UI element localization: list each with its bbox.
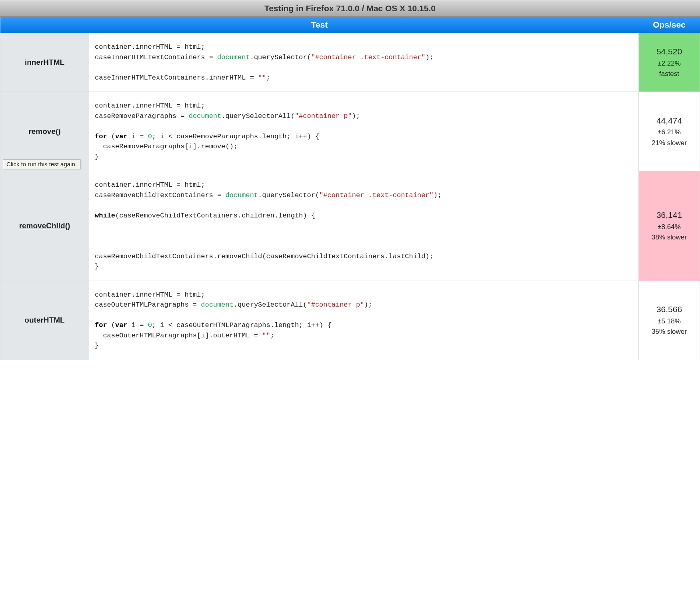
col-header-ops: Ops/sec xyxy=(639,17,700,33)
test-name-label: remove() xyxy=(28,127,60,136)
ops-note: 35% slower xyxy=(641,327,697,337)
table-row: innerHTMLcontainer.innerHTML = html; cas… xyxy=(0,33,700,92)
page-title: Testing in Firefox 71.0.0 / Mac OS X 10.… xyxy=(0,0,700,17)
code-cell: container.innerHTML = html; caseInnerHTM… xyxy=(89,33,639,92)
ops-value: 36,141 xyxy=(641,209,697,222)
ops-variance: ±8.64% xyxy=(641,222,697,232)
ops-note: 21% slower xyxy=(641,138,697,148)
code-block: container.innerHTML = html; caseOuterHTM… xyxy=(95,290,633,351)
code-cell: container.innerHTML = html; caseRemovePa… xyxy=(89,92,639,171)
ops-cell[interactable]: 54,520±2.22%fastest xyxy=(639,33,700,92)
test-name-label: innerHTML xyxy=(25,58,64,66)
code-block: container.innerHTML = html; caseInnerHTM… xyxy=(95,42,633,83)
table-header-row: Test Ops/sec xyxy=(0,17,700,33)
col-header-test: Test xyxy=(0,17,639,33)
table-row: outerHTMLcontainer.innerHTML = html; cas… xyxy=(0,281,700,360)
ops-cell[interactable]: 36,141±8.64%38% slower xyxy=(639,171,700,281)
tooltip: Click to run this test again. xyxy=(3,159,80,169)
table-row: remove()container.innerHTML = html; case… xyxy=(0,92,700,171)
test-name-cell[interactable]: innerHTML xyxy=(0,33,89,92)
ops-note: 38% slower xyxy=(641,232,697,243)
code-cell: container.innerHTML = html; caseOuterHTM… xyxy=(89,281,639,360)
code-block: container.innerHTML = html; caseRemovePa… xyxy=(95,101,633,162)
ops-value: 44,474 xyxy=(641,114,697,128)
ops-cell[interactable]: 36,566±5.18%35% slower xyxy=(639,281,700,360)
ops-value: 54,520 xyxy=(641,45,697,58)
code-block: container.innerHTML = html; caseRemoveCh… xyxy=(95,180,633,272)
ops-variance: ±5.18% xyxy=(641,316,697,327)
results-table: Test Ops/sec innerHTMLcontainer.innerHTM… xyxy=(0,17,700,360)
ops-cell[interactable]: 44,474±6.21%21% slower xyxy=(639,92,700,171)
table-row: Click to run this test again.removeChild… xyxy=(0,171,700,281)
test-name-label: outerHTML xyxy=(24,316,64,324)
test-name-cell[interactable]: outerHTML xyxy=(0,281,89,360)
test-name-cell[interactable]: Click to run this test again.removeChild… xyxy=(0,171,89,281)
ops-note: fastest xyxy=(641,69,697,79)
code-cell: container.innerHTML = html; caseRemoveCh… xyxy=(89,171,639,281)
ops-variance: ±6.21% xyxy=(641,127,697,138)
ops-variance: ±2.22% xyxy=(641,58,697,69)
test-name-label: removeChild() xyxy=(19,221,70,230)
ops-value: 36,566 xyxy=(641,303,697,316)
